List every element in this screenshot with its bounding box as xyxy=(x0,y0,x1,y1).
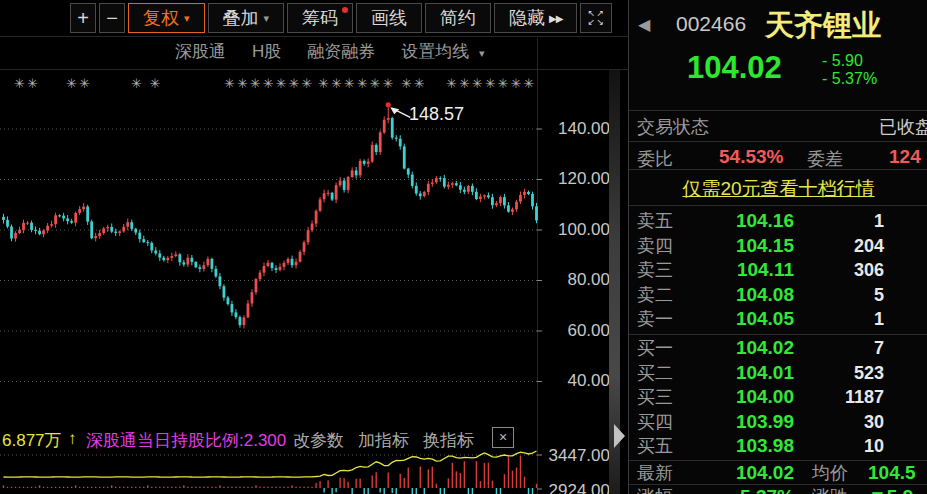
ask-orders: 卖五104.161卖四104.15204卖三104.11306卖二104.085… xyxy=(629,209,927,332)
ask-row[interactable]: 卖三104.11306 xyxy=(629,258,927,283)
price-change: - 5.90 xyxy=(822,52,863,70)
bid-level-label: 买二 xyxy=(637,361,673,386)
close-indicator-button[interactable]: × xyxy=(492,427,514,448)
indicator-chart[interactable] xyxy=(0,448,542,494)
simple-mode-button[interactable]: 简约 xyxy=(425,3,491,33)
divider xyxy=(629,169,927,170)
hide-button[interactable]: 隐藏 ▶▶ xyxy=(494,3,577,33)
hide-label: 隐藏 xyxy=(509,6,545,30)
ask-row[interactable]: 卖二104.085 xyxy=(629,283,927,308)
price-change-percent: - 5.37% xyxy=(822,70,877,88)
level2-promo-link[interactable]: 仅需20元查看十档行情 xyxy=(629,176,927,202)
overlay-button[interactable]: 叠加 ▾ xyxy=(208,3,285,33)
y-axis-tick: 60.00 xyxy=(540,321,610,341)
ask-level-label: 卖一 xyxy=(637,307,673,332)
weicha-label: 委差 xyxy=(807,147,843,171)
submenu-ma-settings[interactable]: 设置均线 ▾ xyxy=(401,40,484,63)
y-axis-tick: 140.00 xyxy=(540,119,610,139)
bid-level-label: 买五 xyxy=(637,434,673,459)
divider xyxy=(629,334,927,335)
chart-toolbar: + − 复权 ▾ 叠加 ▾ 筹码 画线 简约 隐藏 ▶▶ ↖↗ ↙↘ xyxy=(70,2,612,34)
ask-volume: 306 xyxy=(779,258,884,283)
trade-status-value: 已收盘 xyxy=(879,115,927,139)
bid-volume: 7 xyxy=(779,336,884,361)
submenu-margin-trading[interactable]: 融资融券 xyxy=(307,40,375,63)
bid-volume: 1187 xyxy=(779,385,884,410)
ask-volume: 1 xyxy=(779,307,884,332)
submenu-shenzhen-connect[interactable]: 深股通 xyxy=(175,40,226,63)
last-price: 104.02 xyxy=(687,50,782,86)
divider xyxy=(629,110,927,111)
zoom-out-button[interactable]: − xyxy=(99,3,125,33)
bid-row[interactable]: 买二104.01523 xyxy=(629,361,927,386)
avg-label: 均价 xyxy=(812,462,848,484)
y-axis-tick: 80.00 xyxy=(540,270,610,290)
ask-level-label: 卖二 xyxy=(637,283,673,308)
pct-label: 涨幅 xyxy=(637,486,673,494)
avg-value: 104.5 xyxy=(868,462,916,484)
chart-submenu: 深股通 H股 融资融券 设置均线 ▾ xyxy=(175,40,485,63)
bid-level-label: 买三 xyxy=(637,385,673,410)
chips-button[interactable]: 筹码 xyxy=(287,3,353,33)
bid-volume: 10 xyxy=(779,434,884,459)
y-axis-tick: 100.00 xyxy=(540,220,610,240)
divider xyxy=(0,36,628,37)
latest-value: 104.02 xyxy=(689,462,794,484)
bid-row[interactable]: 买三104.001187 xyxy=(629,385,927,410)
stock-code: 002466 xyxy=(676,12,746,36)
fullscreen-button[interactable]: ↖↗ ↙↘ xyxy=(580,3,612,33)
overlay-label: 叠加 xyxy=(223,6,259,30)
quote-panel: ◀ 002466 天齐锂业 104.02 - 5.90 - 5.37% 交易状态… xyxy=(628,0,927,494)
bid-level-label: 买一 xyxy=(637,336,673,361)
divider xyxy=(629,484,927,485)
weicha-value: 124 xyxy=(889,146,921,168)
zoom-in-button[interactable]: + xyxy=(70,3,96,33)
adjust-price-button[interactable]: 复权 ▾ xyxy=(128,3,205,33)
chg-label: 涨跌 xyxy=(812,486,848,494)
stock-app-window: { "toolbar": { "zoom_in": "+", "zoom_out… xyxy=(0,0,927,494)
expand-arrows-icon: ↖↗ ↙↘ xyxy=(587,9,605,27)
ask-row[interactable]: 卖五104.161 xyxy=(629,209,927,234)
bid-row[interactable]: 买四103.9930 xyxy=(629,410,927,435)
double-chevron-right-icon: ▶▶ xyxy=(549,13,562,24)
divider xyxy=(629,141,927,142)
indicator-axis-tick: 2924.00 xyxy=(540,481,610,494)
y-axis-tick: 40.00 xyxy=(540,371,610,391)
indicator-axis-tick: 3447.00 xyxy=(540,446,610,466)
panel-expand-handle[interactable] xyxy=(614,424,625,448)
caret-down-icon: ▾ xyxy=(264,12,270,25)
divider xyxy=(629,460,927,461)
indicator-toolbar: 6.877万 ↑ 深股通当日持股比例:2.300 改参数 加指标 换指标 × xyxy=(0,429,537,448)
back-arrow-icon[interactable]: ◀ xyxy=(638,15,650,34)
bid-volume: 523 xyxy=(779,361,884,386)
ask-volume: 204 xyxy=(779,234,884,259)
ask-row[interactable]: 卖一104.051 xyxy=(629,307,927,332)
caret-down-icon: ▾ xyxy=(184,12,190,25)
weibi-value: 54.53% xyxy=(719,146,783,168)
peak-price-annotation: 148.57 xyxy=(409,104,464,125)
up-arrow-icon: ↑ xyxy=(68,429,77,449)
bid-row[interactable]: 买五103.9810 xyxy=(629,434,927,459)
ask-level-label: 卖四 xyxy=(637,234,673,259)
weibi-label: 委比 xyxy=(637,147,673,171)
ask-level-label: 卖五 xyxy=(637,209,673,234)
ask-row[interactable]: 卖四104.15204 xyxy=(629,234,927,259)
chg-value: ▼5.9 xyxy=(868,486,913,494)
bid-row[interactable]: 买一104.027 xyxy=(629,336,927,361)
ask-volume: 5 xyxy=(779,283,884,308)
ask-volume: 1 xyxy=(779,209,884,234)
chips-label: 筹码 xyxy=(302,6,338,30)
submenu-h-share[interactable]: H股 xyxy=(252,40,281,63)
latest-label: 最新 xyxy=(637,462,673,484)
caret-down-icon: ▾ xyxy=(479,47,485,59)
draw-line-button[interactable]: 画线 xyxy=(356,3,422,33)
bid-level-label: 买四 xyxy=(637,410,673,435)
bid-volume: 30 xyxy=(779,410,884,435)
bid-orders: 买一104.027买二104.01523买三104.001187买四103.99… xyxy=(629,336,927,459)
trade-status-label: 交易状态 xyxy=(637,115,709,139)
latest-row: 最新 104.02 均价 104.5 xyxy=(629,462,927,484)
red-dot-badge xyxy=(342,7,348,13)
change-row: 涨幅 -5.37% 涨跌 ▼5.9 xyxy=(629,486,927,494)
pct-value: -5.37% xyxy=(689,486,794,494)
y-axis-tick: 120.00 xyxy=(540,169,610,189)
